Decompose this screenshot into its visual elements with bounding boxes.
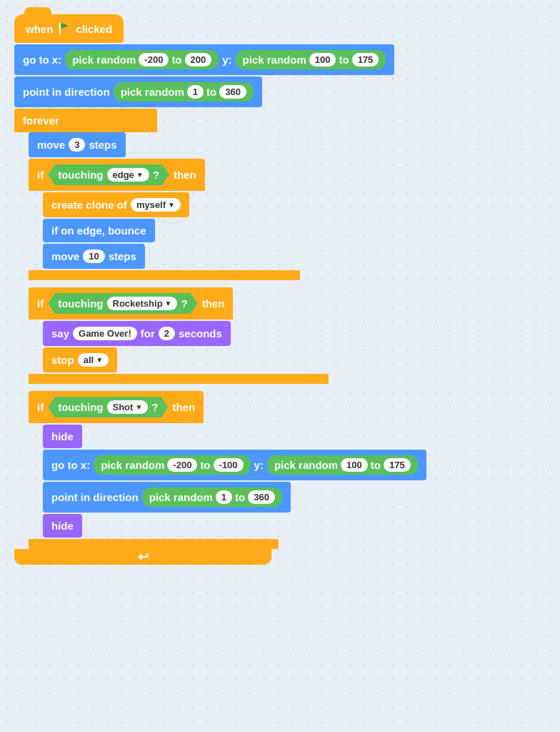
- hide2-label: hide: [51, 520, 74, 532]
- rocketship-label: Rocketship: [113, 298, 163, 309]
- forever-body: move 3 steps if touching edge ▼ ?: [29, 132, 426, 549]
- if-on-edge-label: if on edge, bounce: [51, 224, 146, 237]
- pick-random-x2-to: to: [200, 459, 210, 471]
- forever-label: forever: [23, 114, 59, 127]
- if-shot-block[interactable]: if touching Shot ▼ ? then hid: [29, 391, 426, 549]
- say-block[interactable]: say Game Over! for 2 seconds: [43, 321, 231, 346]
- pick-random-dir2-min[interactable]: 1: [216, 490, 232, 504]
- stop-label: stop: [51, 354, 74, 366]
- if-shot-bottom: [29, 539, 279, 549]
- edge-dropdown[interactable]: edge ▼: [107, 168, 149, 182]
- if-rocketship-if: if: [37, 297, 44, 310]
- pick-random-x-max[interactable]: 200: [185, 53, 212, 66]
- myself-label: myself: [136, 199, 166, 210]
- forever-block[interactable]: forever move 3 steps if touching edge: [14, 109, 426, 565]
- if-rocketship-block[interactable]: if touching Rocketship ▼ ? then: [29, 287, 329, 384]
- if-on-edge-bounce[interactable]: if on edge, bounce: [43, 219, 155, 242]
- touching-rocketship-boolean[interactable]: touching Rocketship ▼ ?: [48, 293, 197, 314]
- pick-random-x2[interactable]: pick random -200 to -100: [94, 455, 250, 475]
- goto2-y-label: y:: [254, 459, 264, 471]
- pick-random-x-to: to: [171, 54, 181, 66]
- forever-top: forever: [14, 109, 157, 132]
- hide-block1[interactable]: hide: [43, 425, 82, 448]
- if-edge-if: if: [37, 169, 44, 181]
- gap2: [29, 385, 426, 390]
- pick-random-x-min[interactable]: -200: [139, 53, 169, 66]
- pick-random-dir2[interactable]: pick random 1 to 360: [142, 488, 282, 507]
- point-direction-block1[interactable]: point in direction pick random 1 to 360: [14, 76, 262, 107]
- pick-random-y2-max[interactable]: 175: [384, 458, 411, 472]
- point-label2: point in direction: [51, 491, 139, 503]
- pick-random-y2-label: pick random: [274, 459, 338, 471]
- create-clone-block[interactable]: create clone of myself ▼: [43, 192, 189, 217]
- say-seconds: seconds: [179, 327, 222, 340]
- stop-all-arrow: ▼: [96, 356, 103, 364]
- hat-block[interactable]: when clicked: [14, 14, 124, 43]
- goto-block[interactable]: go to x: pick random -200 to 200 y: pick…: [14, 44, 394, 75]
- pick-random-dir2-to: to: [235, 491, 245, 503]
- hat-label: when: [26, 23, 53, 35]
- pick-random-dir1-label: pick random: [121, 86, 184, 98]
- stop-all-label: all: [84, 355, 94, 365]
- pick-random-x2-max[interactable]: -100: [214, 458, 244, 472]
- goto2-label: go to x:: [51, 459, 90, 471]
- move1-label: move: [37, 139, 65, 151]
- if-edge-body: create clone of myself ▼ if on edge, bou…: [43, 191, 300, 270]
- edge-arrow: ▼: [136, 171, 144, 179]
- edge-label: edge: [113, 169, 134, 180]
- stop-block[interactable]: stop all ▼: [43, 347, 117, 372]
- touching-shot-boolean[interactable]: touching Shot ▼ ?: [48, 397, 168, 417]
- touching-label2: touching: [58, 297, 103, 310]
- move2-label: move: [51, 250, 79, 262]
- move-block1[interactable]: move 3 steps: [29, 132, 126, 157]
- myself-dropdown[interactable]: myself ▼: [131, 198, 181, 212]
- move1-steps: steps: [89, 139, 116, 151]
- pick-random-y2-min[interactable]: 100: [341, 458, 368, 472]
- if-shot-q: ?: [151, 401, 158, 413]
- gap1: [29, 282, 426, 286]
- pick-random-x2-min[interactable]: -200: [167, 458, 197, 472]
- rocketship-arrow: ▼: [165, 300, 172, 307]
- pick-random-dir1-to: to: [206, 86, 216, 98]
- if-shot-then: then: [172, 401, 195, 413]
- pick-random-y[interactable]: pick random 100 to 175: [236, 50, 386, 69]
- move2-val[interactable]: 10: [83, 249, 104, 263]
- if-rocketship-q: ?: [181, 297, 187, 310]
- hat-clicked: clicked: [76, 23, 112, 35]
- if-shot-if: if: [37, 401, 44, 413]
- svg-marker-1: [61, 23, 69, 29]
- hide-block2[interactable]: hide: [43, 514, 82, 538]
- pick-random-x-label: pick random: [72, 54, 136, 66]
- pick-random-x[interactable]: pick random -200 to 200: [65, 50, 219, 69]
- touching-label1: touching: [58, 169, 103, 181]
- goto-label: go to x:: [23, 54, 61, 66]
- goto-y-label: y:: [222, 54, 231, 66]
- pick-random-dir2-max[interactable]: 360: [248, 490, 275, 504]
- move1-val[interactable]: 3: [69, 138, 85, 152]
- pick-random-dir1[interactable]: pick random 1 to 360: [114, 82, 254, 102]
- move2-steps: steps: [109, 250, 136, 262]
- say-for: for: [141, 327, 155, 340]
- if-edge-q: ?: [153, 169, 159, 181]
- goto-block2[interactable]: go to x: pick random -200 to -100 y: pic…: [43, 450, 426, 480]
- pick-random-dir1-max[interactable]: 360: [219, 85, 246, 99]
- if-edge-bottom: [29, 270, 300, 280]
- move-block2[interactable]: move 10 steps: [43, 244, 145, 269]
- pick-random-y-min[interactable]: 100: [309, 53, 336, 66]
- say-message[interactable]: Game Over!: [73, 327, 137, 340]
- stop-all-dropdown[interactable]: all ▼: [78, 353, 109, 367]
- pick-random-dir2-label: pick random: [149, 491, 213, 503]
- rotate-arrow: ↩: [138, 549, 149, 565]
- if-edge-block[interactable]: if touching edge ▼ ? then: [29, 159, 300, 280]
- pick-random-y-max[interactable]: 175: [352, 53, 379, 66]
- pick-random-y2-to: to: [371, 459, 381, 471]
- say-duration[interactable]: 2: [159, 327, 175, 340]
- if-rocketship-then: then: [202, 297, 225, 310]
- pick-random-y2[interactable]: pick random 100 to 175: [267, 455, 418, 475]
- if-rocketship-top: if touching Rocketship ▼ ? then: [29, 287, 233, 320]
- point-direction-block2[interactable]: point in direction pick random 1 to 360: [43, 482, 291, 513]
- shot-dropdown[interactable]: Shot ▼: [107, 400, 149, 414]
- pick-random-dir1-min[interactable]: 1: [187, 85, 204, 99]
- touching-edge-boolean[interactable]: touching edge ▼ ?: [48, 164, 169, 185]
- rocketship-dropdown[interactable]: Rocketship ▼: [107, 297, 178, 310]
